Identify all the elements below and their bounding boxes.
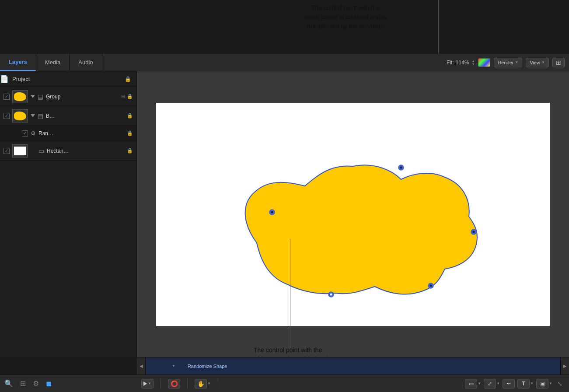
- canvas[interactable]: [156, 103, 550, 326]
- layer-thumb-rect: [12, 144, 28, 158]
- fit-stepper[interactable]: ▲ ▼: [471, 60, 475, 66]
- layer-icons-rect: 🔒: [127, 148, 133, 154]
- project-name: Project: [12, 76, 30, 82]
- render-dropdown[interactable]: Render ▼: [494, 58, 522, 67]
- annotation-top-text: The control point with theblack center i…: [305, 4, 387, 30]
- thumb-white-rect: [14, 147, 26, 155]
- tab-divider-3: [102, 54, 102, 71]
- mask-tool-button[interactable]: ▣: [536, 379, 548, 388]
- annotation-line-bottom: [290, 239, 290, 348]
- play-button[interactable]: ▼: [141, 379, 154, 388]
- layer-icons-group: ⊞ 🔒: [121, 94, 133, 99]
- layer-thumb-b: [12, 109, 28, 122]
- right-tools: ▭ ▼ ⤢ ▼ ✒ T ▼ ▣ ▼ ⤡: [465, 379, 565, 388]
- tab-layers[interactable]: Layers: [0, 54, 36, 71]
- text-tool-button[interactable]: T: [517, 379, 530, 388]
- behavior-gear-icon: ⚙: [31, 130, 36, 136]
- canvas-area: [137, 71, 569, 357]
- project-icon: 📄: [0, 75, 9, 83]
- play-controls: ▼: [141, 379, 154, 388]
- toolbar-separator-3: [218, 378, 218, 389]
- layer-icons-b: 🔒: [127, 113, 133, 119]
- header-bar: Layers Media Audio Fit: 114% ▲ ▼ Render …: [0, 54, 569, 71]
- play-icon: [143, 382, 147, 386]
- layers-panel: 📄 Project 🔒 ▤ Group ⊞ 🔒 ▤ B… 🔒 ⚙ Ran…: [0, 71, 137, 357]
- control-point-white-center: [330, 293, 332, 295]
- view-dropdown[interactable]: View ▼: [526, 58, 549, 67]
- layer-icon-lock-ran: 🔒: [127, 130, 133, 136]
- render-dropdown-arrow: ▼: [515, 60, 519, 64]
- layer-name-group[interactable]: Group: [46, 94, 119, 100]
- header-right: Fit: 114% ▲ ▼ Render ▼ View ▼ ⊞: [447, 58, 569, 67]
- layer-icon-lock-b: 🔒: [127, 113, 133, 119]
- layer-row-ran[interactable]: ⚙ Ran… 🔒: [0, 126, 136, 141]
- timeline-start-icon: ◀: [140, 364, 143, 368]
- timeline-end-button[interactable]: ▶: [560, 357, 569, 375]
- layer-icon-grid: ⊞: [121, 94, 125, 99]
- thumb-yellow-b: [14, 112, 26, 120]
- layer-row-group[interactable]: ▤ Group ⊞ 🔒: [0, 87, 136, 106]
- layer-name-ran[interactable]: Ran…: [38, 130, 124, 136]
- thumb-yellow-group: [14, 92, 26, 101]
- play-dropdown-arrow[interactable]: ▼: [148, 382, 151, 385]
- expand-button[interactable]: ⤡: [555, 379, 565, 388]
- rect-type-icon: ▭: [38, 147, 44, 154]
- mask-tools: ▣ ▼: [536, 379, 552, 388]
- window-layout-button[interactable]: ⊞: [552, 58, 565, 67]
- mask-dropdown[interactable]: ▼: [549, 382, 552, 385]
- layer-icons-ran: 🔒: [127, 130, 133, 136]
- timeline-label: Randomize Shape: [184, 363, 231, 370]
- control-point-right-center: [473, 231, 475, 233]
- layer-row-b[interactable]: ▤ B… 🔒: [0, 106, 136, 126]
- playback-toolbar: ▼ ⭕ ✋ ▼ ▭ ▼ ⤢ ▼ ✒ T ▼ ▣ ▼ ⤡: [137, 374, 569, 392]
- layer-checkbox-b[interactable]: [3, 113, 10, 119]
- grid-icon[interactable]: ⊞: [20, 379, 26, 388]
- layer-name-rect[interactable]: Rectan…: [47, 148, 124, 154]
- text-dropdown[interactable]: ▼: [530, 382, 534, 385]
- layer-icon-lock: 🔒: [127, 94, 133, 99]
- hand-tool-button[interactable]: ✋: [195, 379, 207, 388]
- layer-checkbox-rect[interactable]: [3, 148, 10, 154]
- shape-dropdown[interactable]: ▼: [478, 382, 481, 385]
- pen-tool-button[interactable]: ✒: [503, 379, 515, 388]
- toolbar-separator-1: [161, 378, 161, 389]
- left-panel-bottom-toolbar: 🔍 ⊞ ⚙ ◼: [0, 374, 137, 392]
- shape-tools: ▭ ▼: [465, 379, 481, 388]
- layer-expand-group[interactable]: [31, 95, 35, 98]
- toolbar-separator-2: [187, 378, 188, 389]
- timeline-bar: ◀ ▼ Randomize Shape ▶: [137, 357, 569, 374]
- control-point-black-center: [400, 166, 402, 168]
- hand-tool-dropdown[interactable]: ▼: [207, 382, 211, 385]
- control-point-left-center: [271, 211, 273, 213]
- color-button[interactable]: [478, 58, 490, 67]
- layer-expand-b[interactable]: [31, 114, 35, 117]
- layer-row-rect[interactable]: ▭ Rectan… 🔒: [0, 141, 136, 161]
- timeline-start-button[interactable]: ◀: [137, 357, 146, 375]
- lasso-tool-button[interactable]: ⭕: [168, 379, 180, 388]
- layer-checkbox-ran[interactable]: [22, 130, 28, 136]
- settings-icon[interactable]: ⚙: [33, 379, 39, 388]
- b-type-icon: ▤: [38, 112, 43, 119]
- layer-name-b[interactable]: B…: [46, 113, 124, 119]
- transform-dropdown[interactable]: ▼: [496, 382, 500, 385]
- fit-label: Fit: 114% ▲ ▼: [447, 60, 475, 66]
- timeline-playhead: ▼: [172, 364, 175, 368]
- transform-tool-button[interactable]: ⤢: [484, 379, 496, 388]
- project-lock-icon: 🔒: [125, 76, 136, 82]
- color-icon[interactable]: ◼: [46, 379, 52, 388]
- hand-tools: ✋ ▼: [195, 379, 211, 388]
- group-type-icon: ▤: [38, 93, 43, 100]
- header-tabs: Layers Media Audio: [0, 54, 102, 71]
- layer-thumb-group: [12, 90, 28, 103]
- timeline-end-icon: ▶: [563, 364, 567, 368]
- tab-media[interactable]: Media: [36, 54, 69, 71]
- tab-audio[interactable]: Audio: [70, 54, 101, 71]
- layer-icon-lock-rect: 🔒: [127, 148, 133, 154]
- layer-checkbox-group[interactable]: [3, 94, 10, 100]
- rectangle-tool-button[interactable]: ▭: [465, 379, 477, 388]
- view-dropdown-arrow: ▼: [541, 60, 545, 64]
- project-row: 📄 Project 🔒: [0, 71, 136, 87]
- canvas-svg: [156, 103, 550, 326]
- transform-tools: ⤢ ▼: [484, 379, 500, 388]
- search-icon[interactable]: 🔍: [4, 379, 13, 388]
